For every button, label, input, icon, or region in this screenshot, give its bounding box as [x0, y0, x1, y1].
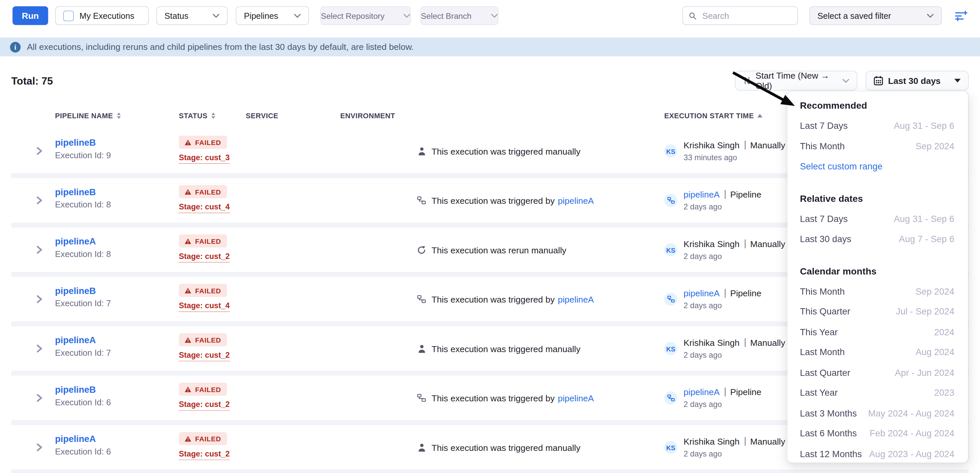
pipeline-name-link[interactable]: pipelineB — [55, 137, 179, 147]
environment-cell — [340, 129, 417, 173]
execution-id: Execution Id: 9 — [55, 151, 179, 160]
failed-stage-link[interactable]: Stage: cust_2 — [179, 351, 230, 361]
trigger-text: This execution was triggered by — [431, 195, 555, 205]
date-panel-section: Calendar monthsThis MonthSep 2024This Qu… — [800, 265, 955, 464]
row-expander-chevron[interactable] — [37, 394, 43, 403]
date-option-custom-range[interactable]: Select custom range — [800, 156, 955, 177]
trigger-text: This execution was triggered manually — [431, 146, 581, 156]
date-option-value: Aug 2024 — [916, 347, 955, 357]
pipeline-name-link[interactable]: pipelineB — [55, 384, 179, 394]
failed-stage-link[interactable]: Stage: cust_2 — [179, 252, 230, 262]
date-option-value: Feb 2024 - Aug 2024 — [870, 429, 954, 438]
column-header-status[interactable]: STATUS — [179, 112, 246, 119]
date-option[interactable]: This MonthSep 2024 — [800, 136, 955, 157]
pipeline-avatar-icon[interactable] — [664, 391, 677, 405]
select-repository-dropdown[interactable]: Select Repository — [320, 6, 411, 25]
trigger-pipeline-link[interactable]: pipelineA — [558, 294, 594, 304]
starter-separator — [745, 338, 745, 347]
row-expander-chevron[interactable] — [37, 195, 43, 205]
date-option[interactable]: Last 7 DaysAug 31 - Sep 6 — [800, 208, 955, 229]
trigger-pipeline-link[interactable]: pipelineA — [558, 393, 594, 403]
column-header-pipeline-name[interactable]: PIPELINE NAME — [55, 112, 179, 119]
trigger-text: This execution was triggered by — [431, 294, 555, 304]
pipeline-name-link[interactable]: pipelineA — [55, 335, 179, 345]
status-badge: FAILED — [179, 185, 227, 198]
row-expander-chevron[interactable] — [37, 443, 43, 452]
date-range-dropdown[interactable]: Last 30 days — [865, 71, 969, 91]
starter-name[interactable]: Krishika Singh — [684, 338, 740, 348]
pipeline-name-link[interactable]: pipelineB — [55, 286, 179, 296]
date-option[interactable]: Last QuarterApr - Jun 2024 — [800, 362, 955, 383]
date-option-label: Last Quarter — [800, 367, 851, 377]
date-option[interactable]: This Year2024 — [800, 322, 955, 342]
starter-name[interactable]: Krishika Singh — [684, 436, 740, 446]
date-option[interactable]: Last 12 MonthsAug 2023 - Aug 2024 — [800, 444, 955, 464]
trigger-pipeline-link[interactable]: pipelineA — [558, 195, 594, 205]
environment-cell — [340, 228, 417, 272]
date-option[interactable]: Last 6 MonthsFeb 2024 - Aug 2024 — [800, 423, 955, 444]
user-avatar[interactable]: KS — [664, 144, 677, 157]
column-header-service[interactable]: SERVICE — [246, 112, 340, 119]
pipeline-avatar-icon[interactable] — [664, 293, 677, 306]
starter-mode: Manually — [750, 338, 785, 348]
failed-stage-link[interactable]: Stage: cust_4 — [179, 203, 230, 213]
pipeline-name-link[interactable]: pipelineA — [55, 236, 179, 246]
warning-triangle-icon — [185, 287, 191, 294]
my-executions-toggle[interactable]: My Executions — [55, 6, 149, 25]
date-option[interactable]: This QuarterJul - Sep 2024 — [800, 301, 955, 322]
trigger-text: This execution was triggered manually — [431, 442, 581, 452]
chevron-down-icon — [403, 14, 410, 18]
total-count: Total: 75 — [11, 75, 53, 87]
row-expander-chevron[interactable] — [37, 344, 43, 353]
starter-name[interactable]: pipelineA — [684, 288, 720, 298]
user-avatar[interactable]: KS — [664, 342, 677, 355]
date-option[interactable]: Last MonthAug 2024 — [800, 342, 955, 362]
date-option[interactable]: Last 30 daysAug 7 - Sep 6 — [800, 229, 955, 249]
column-header-environment[interactable]: ENVIRONMENT — [340, 112, 417, 119]
date-option[interactable]: This MonthSep 2024 — [800, 281, 955, 302]
starter-name[interactable]: Krishika Singh — [684, 239, 740, 249]
row-expander-chevron[interactable] — [37, 245, 43, 254]
date-option-value: May 2024 - Aug 2024 — [868, 408, 954, 418]
saved-filter-dropdown[interactable]: Select a saved filter — [809, 6, 942, 25]
status-filter-dropdown[interactable]: Status — [156, 6, 228, 25]
service-cell — [246, 326, 340, 371]
warning-triangle-icon — [185, 189, 191, 195]
my-executions-checkbox[interactable] — [63, 10, 74, 21]
trigger-cell: This execution was triggered by pipeline… — [417, 178, 665, 222]
failed-stage-link[interactable]: Stage: cust_2 — [179, 449, 230, 460]
trigger-text: This execution was rerun manually — [431, 245, 566, 255]
date-panel-section: Relative datesLast 7 DaysAug 31 - Sep 6L… — [800, 192, 955, 249]
service-cell — [246, 178, 340, 222]
warning-triangle-icon — [185, 336, 191, 343]
service-cell — [246, 129, 340, 173]
date-option[interactable]: Last 3 MonthsMay 2024 - Aug 2024 — [800, 403, 955, 424]
row-expander-chevron[interactable] — [37, 295, 43, 304]
run-button[interactable]: Run — [13, 6, 48, 25]
executions-page: Run My Executions Status Pipelines Selec… — [0, 0, 980, 473]
select-branch-dropdown[interactable]: Select Branch — [420, 6, 499, 25]
failed-stage-link[interactable]: Stage: cust_4 — [179, 301, 230, 311]
starter-name[interactable]: pipelineA — [684, 387, 720, 397]
failed-stage-link[interactable]: Stage: cust_3 — [179, 153, 230, 163]
date-option[interactable]: Last Year2023 — [800, 383, 955, 403]
failed-stage-link[interactable]: Stage: cust_2 — [179, 400, 230, 410]
pipeline-name-link[interactable]: pipelineB — [55, 187, 179, 197]
pipeline-avatar-icon[interactable] — [664, 194, 677, 207]
starter-name[interactable]: Krishika Singh — [684, 140, 740, 150]
rerun-icon — [417, 245, 426, 254]
user-avatar[interactable]: KS — [664, 243, 677, 256]
date-option[interactable]: Last 7 DaysAug 31 - Sep 6 — [800, 116, 955, 136]
execution-id: Execution Id: 7 — [55, 299, 179, 308]
filter-sliders-icon[interactable] — [954, 9, 968, 22]
search-input[interactable] — [701, 10, 792, 21]
user-avatar[interactable]: KS — [664, 441, 677, 454]
pipelines-filter-dropdown[interactable]: Pipelines — [236, 6, 309, 25]
date-option-value: 2023 — [934, 388, 954, 398]
starter-name[interactable]: pipelineA — [684, 190, 720, 200]
date-range-panel: RecommendedLast 7 DaysAug 31 - Sep 6This… — [788, 91, 968, 462]
pipeline-name-link[interactable]: pipelineA — [55, 434, 179, 444]
sort-dropdown[interactable]: Start Time (New → Old) — [735, 71, 858, 91]
search-box[interactable] — [682, 6, 798, 25]
row-expander-chevron[interactable] — [37, 146, 43, 156]
